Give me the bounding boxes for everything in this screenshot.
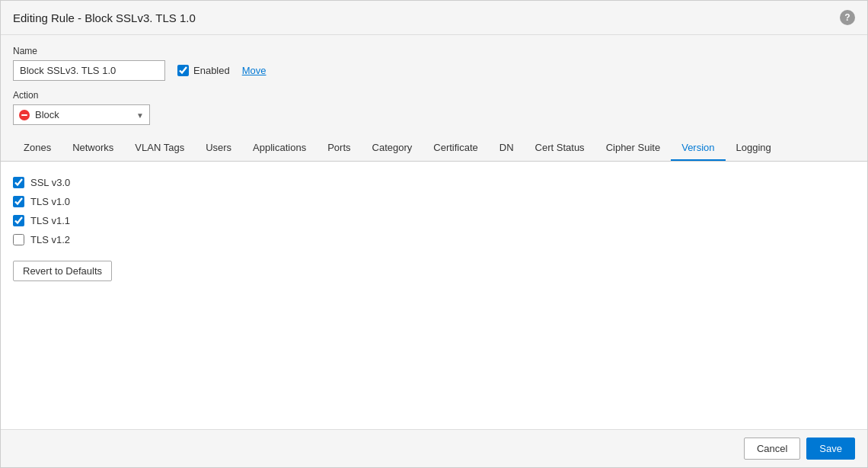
save-button[interactable]: Save (806, 438, 855, 460)
checkbox-tls-v10[interactable] (13, 196, 24, 207)
tabs-bar: Zones Networks VLAN Tags Users Applicati… (1, 136, 867, 162)
tab-users[interactable]: Users (195, 136, 242, 161)
tab-cert-status[interactable]: Cert Status (525, 136, 595, 161)
tab-vlan-tags[interactable]: VLAN Tags (124, 136, 195, 161)
revert-to-defaults-button[interactable]: Revert to Defaults (13, 261, 112, 281)
version-item-tls11: TLS v1.1 (13, 215, 855, 226)
tab-content-version: SSL v3.0 TLS v1.0 TLS v1.1 TLS v1.2 Reve… (1, 162, 867, 429)
version-list: SSL v3.0 TLS v1.0 TLS v1.1 TLS v1.2 (13, 177, 855, 245)
name-row: Enabled Move (13, 60, 855, 81)
checkbox-tls-v12[interactable] (13, 234, 24, 245)
tab-zones[interactable]: Zones (13, 136, 62, 161)
dialog-header: Editing Rule - Block SSLv3. TLS 1.0 ? (1, 1, 867, 35)
version-item-tls12: TLS v1.2 (13, 234, 855, 245)
tab-networks[interactable]: Networks (62, 136, 124, 161)
action-label: Action (13, 90, 855, 101)
move-link[interactable]: Move (242, 65, 266, 76)
tab-applications[interactable]: Applications (242, 136, 317, 161)
tab-category[interactable]: Category (362, 136, 423, 161)
action-select[interactable]: Block Allow Decrypt (13, 104, 150, 125)
help-icon[interactable]: ? (840, 10, 855, 25)
version-label-tls11: TLS v1.1 (30, 215, 70, 226)
version-label-ssl30: SSL v3.0 (30, 177, 70, 188)
checkbox-tls-v11[interactable] (13, 215, 24, 226)
enabled-row: Enabled (177, 65, 230, 76)
tab-cipher-suite[interactable]: Cipher Suite (595, 136, 672, 161)
action-select-wrapper: Block Allow Decrypt ▼ (13, 104, 150, 125)
tab-certificate[interactable]: Certificate (423, 136, 489, 161)
enabled-checkbox[interactable] (177, 65, 189, 76)
dialog-title: Editing Rule - Block SSLv3. TLS 1.0 (13, 11, 196, 24)
top-section: Name Enabled Move Action Block Allow Dec… (1, 35, 867, 136)
tab-logging[interactable]: Logging (726, 136, 782, 161)
name-input[interactable] (13, 60, 165, 81)
cancel-button[interactable]: Cancel (744, 438, 800, 460)
tab-dn[interactable]: DN (489, 136, 525, 161)
version-label-tls12: TLS v1.2 (30, 234, 70, 245)
dialog-footer: Cancel Save (1, 429, 867, 467)
tab-ports[interactable]: Ports (317, 136, 361, 161)
version-item-ssl30: SSL v3.0 (13, 177, 855, 188)
action-row: Block Allow Decrypt ▼ (13, 104, 855, 125)
dialog-body: Name Enabled Move Action Block Allow Dec… (1, 35, 867, 429)
version-item-tls10: TLS v1.0 (13, 196, 855, 207)
enabled-label: Enabled (193, 65, 230, 76)
tab-version[interactable]: Version (671, 136, 725, 161)
dialog: Editing Rule - Block SSLv3. TLS 1.0 ? Na… (0, 0, 868, 468)
checkbox-ssl-v3[interactable] (13, 177, 24, 188)
version-label-tls10: TLS v1.0 (30, 196, 70, 207)
name-label: Name (13, 46, 855, 56)
